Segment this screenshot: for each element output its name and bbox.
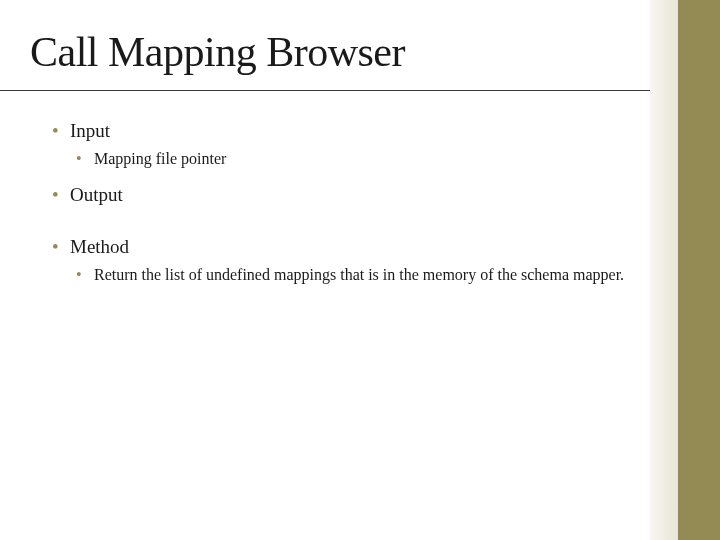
bullet-output: Output bbox=[52, 184, 642, 206]
side-accent-gradient bbox=[650, 0, 678, 540]
title-underline bbox=[0, 90, 650, 91]
slide-title: Call Mapping Browser bbox=[30, 28, 405, 76]
bullet-method-sub: Return the list of undefined mappings th… bbox=[76, 264, 642, 286]
side-accent-bar bbox=[678, 0, 720, 540]
bullet-input-sub: Mapping file pointer bbox=[76, 148, 642, 170]
slide-content: Input Mapping file pointer Output Method… bbox=[52, 120, 642, 291]
bullet-method: Method bbox=[52, 236, 642, 258]
bullet-input: Input bbox=[52, 120, 642, 142]
slide: Call Mapping Browser Input Mapping file … bbox=[0, 0, 720, 540]
